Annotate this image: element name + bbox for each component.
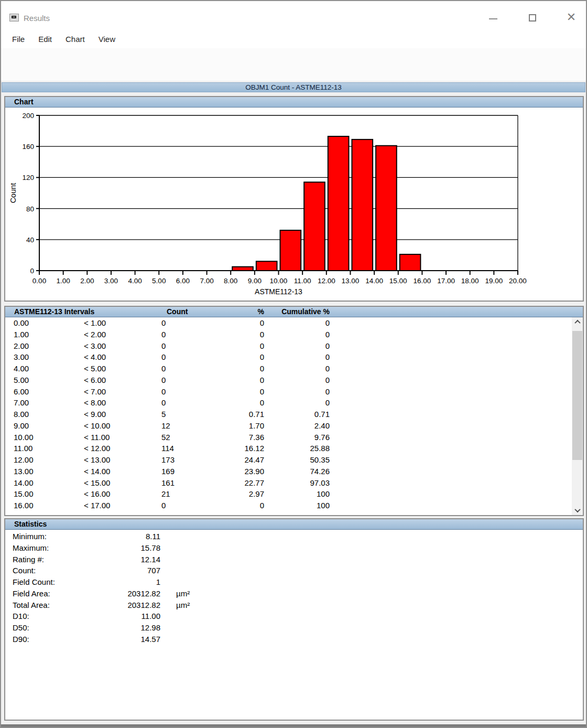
table-cell: 0 [161,351,166,363]
minimize-icon[interactable] [489,18,497,19]
table-cell: 3.00 [14,351,29,363]
x-tick-label: 17.00 [437,277,455,285]
stat-label: D10: [13,611,29,622]
table-cell: 169 [161,466,175,477]
table-cell: 0 [161,386,166,398]
stat-label: Count: [13,565,36,576]
table-cell: 0 [270,363,330,374]
column-header-count[interactable]: Count [167,307,188,317]
table-cell: < 7.00 [84,386,106,398]
table-row[interactable]: 2.00< 3.00000 [5,340,571,352]
stat-value: 1 [84,576,160,588]
x-tick-label: 2.00 [80,277,94,285]
table-cell: 24.47 [204,454,264,466]
column-header-percent[interactable]: % [215,307,264,317]
table-cell: 0 [204,374,264,386]
table-cell: 0 [161,363,166,374]
histogram-bar [232,267,253,271]
menu-item-file[interactable]: File [5,35,31,44]
x-tick-label: 11.00 [294,277,311,285]
table-cell: 0 [204,329,264,340]
stat-value: 12.14 [84,554,160,565]
statistics-panel-header: Statistics [5,519,583,530]
x-tick-label: 1.00 [57,277,70,285]
table-row[interactable]: 8.00< 9.0050.710.71 [5,409,571,420]
column-header-cumulative[interactable]: Cumulative % [270,307,330,317]
table-cell: 50.35 [270,454,330,466]
x-tick-label: 16.00 [414,277,431,285]
y-axis-title: Count [9,183,17,204]
column-header-intervals[interactable]: ASTME112-13 Intervals [14,307,94,317]
table-row[interactable]: 11.00< 12.0011416.1225.88 [5,443,571,454]
chart-panel: Chart 040801201602000.001.002.003.004.00… [4,96,584,302]
statistic-row: D90:14.57 [5,634,583,645]
statistic-row: Total Area:20312.82µm² [5,599,583,611]
table-row[interactable]: 3.00< 4.00000 [5,351,571,363]
window-bottom-edge [1,724,586,727]
table-cell: 0 [270,329,330,340]
chevron-down-icon [574,507,580,512]
x-tick-label: 18.00 [461,277,479,285]
intervals-table-header: ASTME112-13 Intervals Count % Cumulative… [5,307,583,317]
table-cell: < 15.00 [84,477,110,489]
chart-panel-header: Chart [5,97,583,108]
table-cell: 0.00 [14,317,29,329]
close-icon[interactable]: ✕ [565,10,578,24]
table-row[interactable]: 6.00< 7.00000 [5,386,571,398]
x-tick-label: 13.00 [342,277,360,285]
scroll-down-button[interactable] [572,506,583,515]
stat-label: Field Count: [13,576,55,588]
scroll-up-button[interactable] [572,317,583,327]
table-cell: 0 [270,317,330,329]
menu-item-edit[interactable]: Edit [31,35,59,44]
stat-label: D50: [13,622,29,634]
histogram-chart: 040801201602000.001.002.003.004.005.006.… [5,108,582,301]
histogram-bar [280,230,301,271]
menu-item-chart[interactable]: Chart [59,35,92,44]
table-cell: 0 [161,329,166,340]
statistics-body: Minimum:8.11Maximum:15.78Rating #:12.14C… [5,531,583,720]
table-row[interactable]: 13.00< 14.0016923.9074.26 [5,466,571,477]
stat-value: 12.98 [84,622,160,634]
chevron-up-icon [574,320,580,326]
x-tick-label: 19.00 [485,277,503,285]
table-row[interactable]: 16.00< 17.0000100 [5,500,571,511]
table-scrollbar[interactable] [572,317,583,515]
table-row[interactable]: 10.00< 11.00527.369.76 [5,432,571,443]
table-cell: 16.12 [204,443,264,454]
table-row[interactable]: 12.00< 13.0017324.4750.35 [5,454,571,466]
table-cell: 0.71 [204,409,264,420]
menu-item-view[interactable]: View [92,35,122,44]
stat-value: 707 [84,565,160,576]
maximize-icon[interactable] [529,14,536,22]
table-row[interactable]: 9.00< 10.00121.702.40 [5,420,571,432]
table-cell: 0 [161,397,166,409]
table-cell: 0 [270,340,330,352]
table-cell: 13.00 [14,466,34,477]
histogram-bar [352,140,373,271]
table-cell: 7.36 [204,432,264,443]
intervals-table-panel: ASTME112-13 Intervals Count % Cumulative… [4,306,584,516]
stat-value: 20312.82 [84,599,160,611]
table-row[interactable]: 0.00< 1.00000 [5,317,571,329]
intervals-table-body: 0.00< 1.000001.00< 2.000002.00< 3.000003… [5,317,571,515]
x-tick-label: 15.00 [389,277,407,285]
table-row[interactable]: 14.00< 15.0016122.7797.03 [5,477,571,489]
table-cell: 5 [161,409,166,420]
x-tick-label: 4.00 [128,277,142,285]
stat-unit: µm² [176,599,190,611]
table-row[interactable]: 7.00< 8.00000 [5,397,571,409]
table-row[interactable]: 4.00< 5.00000 [5,363,571,374]
table-row[interactable]: 1.00< 2.00000 [5,329,571,340]
table-cell: 2.00 [14,340,29,352]
stat-unit: µm² [176,588,190,599]
table-cell: 0 [204,340,264,352]
table-row[interactable]: 15.00< 16.00212.97100 [5,488,571,500]
table-cell: < 3.00 [84,340,106,352]
scrollbar-thumb[interactable] [572,331,582,460]
y-tick-label: 80 [26,205,34,213]
table-cell: 9.00 [14,420,29,432]
stat-value: 8.11 [84,531,160,542]
table-cell: 100 [270,500,330,511]
table-row[interactable]: 5.00< 6.00000 [5,374,571,386]
